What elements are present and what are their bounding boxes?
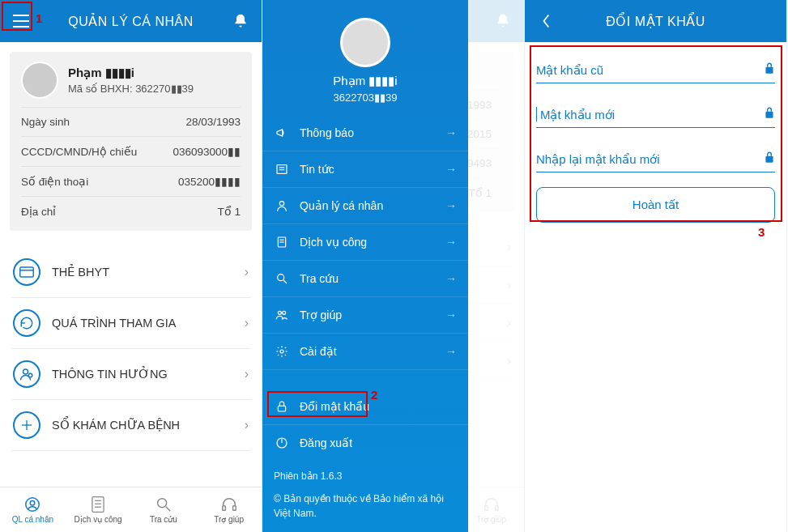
side-drawer: Phạm ▮▮▮▮i 3622703▮▮39 Thông báo→ Tin tứ…: [262, 0, 468, 532]
info-row: Địa chỉTổ 1: [21, 196, 241, 226]
info-row: CCCD/CMND/Hộ chiếu036093000▮▮: [21, 136, 241, 166]
profile-name: Phạm ▮▮▮▮i: [68, 66, 194, 80]
bottom-nav: QL cá nhân Dịch vụ công Tra cứu Trợ giúp: [0, 487, 262, 532]
screen-profile: QUẢN LÝ CÁ NHÂN Phạm ▮▮▮▮i Mã số BHXH: 3…: [0, 0, 262, 532]
profile-id: Mã số BHXH: 362270▮▮39: [68, 83, 194, 95]
drawer-notify[interactable]: Thông báo→: [262, 115, 468, 151]
svg-rect-45: [765, 112, 773, 118]
svg-line-16: [166, 507, 171, 512]
nav-label: Tra cứu: [150, 515, 177, 524]
drawer-logout[interactable]: Đăng xuất: [262, 425, 468, 461]
drawer-copyright: © Bản quyền thuộc về Bảo hiểm xã hội Việ…: [262, 492, 468, 532]
confirm-password-field[interactable]: [536, 143, 775, 172]
lock-icon: [764, 151, 775, 164]
chevron-right-icon: ›: [245, 265, 249, 279]
nav-search[interactable]: Tra cứu: [131, 487, 197, 532]
drawer-backdrop[interactable]: [468, 0, 524, 532]
drawer-overlay: Phạm ▮▮▮▮i 3622703▮▮39 Thông báo→ Tin tứ…: [262, 0, 524, 532]
magnify-icon: [275, 272, 288, 285]
chevron-right-icon: ›: [245, 316, 249, 330]
svg-point-32: [279, 201, 283, 205]
avatar: [21, 62, 58, 99]
card-icon: [19, 266, 34, 278]
svg-point-36: [278, 274, 284, 280]
page-title: QUẢN LÝ CÁ NHÂN: [32, 14, 229, 29]
svg-point-40: [280, 350, 283, 353]
gear-user-icon: [23, 496, 41, 513]
svg-rect-18: [232, 506, 236, 511]
new-password-input[interactable]: [540, 108, 764, 121]
notification-button[interactable]: [229, 10, 252, 32]
submit-button[interactable]: Hoàn tất: [536, 187, 775, 223]
nav-service[interactable]: Dịch vụ công: [66, 487, 131, 532]
nav-help[interactable]: Trợ giúp: [196, 487, 262, 532]
svg-rect-3: [20, 267, 34, 277]
drawer-service[interactable]: Dịch vụ công→: [262, 224, 468, 261]
svg-point-10: [31, 500, 36, 505]
drawer-change-password[interactable]: Đổi mật khẩu: [262, 389, 468, 425]
avatar: [340, 18, 390, 67]
lock-icon: [764, 62, 775, 74]
headset-icon: [220, 496, 238, 513]
screen-change-password: ĐỔI MẬT KHẨU Hoàn tất 3: [525, 0, 787, 532]
megaphone-icon: [275, 126, 288, 139]
annotation-3: 3: [758, 225, 765, 239]
doc-icon: [90, 496, 106, 513]
nav-label: Trợ giúp: [214, 515, 244, 524]
plus-icon: [20, 419, 33, 432]
lock-icon: [275, 400, 288, 413]
svg-rect-29: [277, 164, 287, 173]
refresh-icon: [19, 316, 34, 330]
drawer-search[interactable]: Tra cứu→: [262, 261, 468, 297]
menu-medbook[interactable]: SỔ KHÁM CHỮA BỆNH ›: [11, 400, 250, 451]
menu-process[interactable]: QUÁ TRÌNH THAM GIA ›: [11, 298, 250, 349]
svg-rect-11: [92, 497, 104, 513]
nav-label: QL cá nhân: [12, 515, 53, 524]
svg-point-5: [23, 369, 28, 374]
drawer-help[interactable]: Trợ giúp→: [262, 297, 468, 334]
password-form: Hoàn tất: [536, 53, 775, 223]
header-bar: QUẢN LÝ CÁ NHÂN: [0, 0, 262, 42]
old-password-input[interactable]: [536, 63, 764, 77]
drawer-settings[interactable]: Cài đặt→: [262, 334, 468, 370]
gear-icon: [275, 345, 288, 358]
new-password-field[interactable]: [536, 98, 775, 128]
magnify-icon: [155, 496, 173, 513]
bell-icon: [232, 13, 249, 29]
menu-benefit[interactable]: THÔNG TIN HƯỞNG ›: [11, 349, 250, 400]
menu-label: THÔNG TIN HƯỞNG: [52, 368, 245, 381]
page-title: ĐỔI MẬT KHẨU: [557, 14, 754, 29]
confirm-password-input[interactable]: [536, 152, 764, 166]
screen-drawer: 03/1993 3002015 2009493 Tổ 1 › › › › QL …: [262, 0, 525, 532]
chevron-right-icon: ›: [245, 418, 249, 432]
person-icon: [19, 367, 34, 381]
info-row: Ngày sinh28/03/1993: [21, 107, 241, 136]
chevron-right-icon: ›: [245, 367, 249, 381]
svg-rect-44: [765, 67, 773, 74]
old-password-field[interactable]: [536, 53, 775, 83]
header-bar: ĐỔI MẬT KHẨU: [525, 0, 786, 42]
drawer-profile[interactable]: Quản lý cá nhân→: [262, 188, 468, 224]
text-cursor-icon: [536, 107, 537, 121]
drawer-version: Phiên bản 1.6.3: [262, 461, 468, 492]
drawer-news[interactable]: Tin tức→: [262, 151, 468, 188]
svg-line-37: [283, 280, 287, 283]
info-row: Số điện thoại035200▮▮▮▮: [21, 166, 241, 196]
svg-rect-41: [278, 406, 285, 411]
news-icon: [275, 163, 288, 176]
svg-point-38: [278, 311, 281, 314]
svg-rect-17: [222, 506, 225, 511]
nav-label: Dịch vụ công: [75, 515, 122, 524]
drawer-name: Phạm ▮▮▮▮i: [262, 74, 468, 88]
menu-button[interactable]: [10, 10, 32, 32]
back-button[interactable]: [535, 10, 557, 32]
power-icon: [275, 436, 288, 449]
svg-rect-46: [765, 156, 773, 163]
hamburger-icon: [12, 14, 30, 28]
chevron-left-icon: [540, 13, 552, 29]
nav-profile[interactable]: QL cá nhân: [0, 487, 66, 532]
lock-icon: [764, 106, 775, 119]
main-menu: THẺ BHYT › QUÁ TRÌNH THAM GIA › THÔNG TI…: [11, 247, 250, 451]
drawer-id: 3622703▮▮39: [262, 92, 468, 104]
menu-bhyt[interactable]: THẺ BHYT ›: [11, 247, 250, 298]
